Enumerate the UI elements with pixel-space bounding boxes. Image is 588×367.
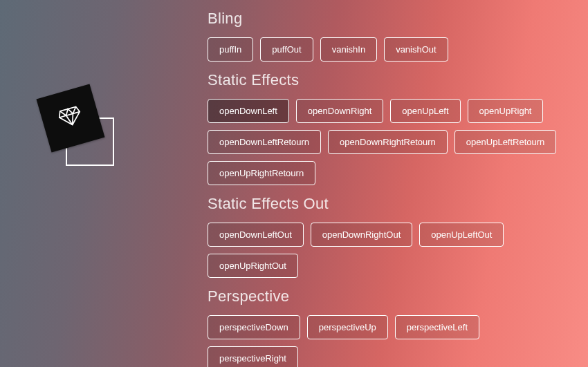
section-title: Perspective (208, 288, 574, 305)
btn-puffout[interactable]: puffOut (260, 37, 313, 62)
btn-openupleft[interactable]: openUpLeft (390, 99, 460, 123)
section-static-effects: Static Effects openDownLeft openDownRigh… (208, 71, 574, 185)
section-perspective: Perspective perspectiveDown perspectiveU… (208, 288, 574, 367)
btn-opendownright[interactable]: openDownRight (296, 99, 384, 123)
btn-openupleftout[interactable]: openUpLeftOut (419, 223, 504, 247)
btn-opendownleft[interactable]: openDownLeft (208, 99, 289, 123)
btn-perspectiveright[interactable]: perspectiveRight (208, 346, 298, 367)
btn-perspectiveup[interactable]: perspectiveUp (307, 315, 388, 339)
btn-opendownrightout[interactable]: openDownRightOut (311, 223, 412, 247)
btn-perspectiveleft[interactable]: perspectiveLeft (395, 315, 479, 339)
btn-puffin[interactable]: puffIn (208, 37, 253, 62)
btn-opendownleftout[interactable]: openDownLeftOut (208, 223, 304, 247)
btn-openuprightout[interactable]: openUpRightOut (208, 254, 298, 278)
btn-vanishout[interactable]: vanishOut (384, 37, 448, 62)
btn-perspectivedown[interactable]: perspectiveDown (208, 315, 300, 339)
section-title: Static Effects Out (208, 195, 574, 213)
effects-panel: Bling puffIn puffOut vanishIn vanishOut … (208, 0, 588, 367)
btn-opendownrightretourn[interactable]: openDownRightRetourn (328, 130, 448, 154)
section-bling: Bling puffIn puffOut vanishIn vanishOut (208, 10, 574, 62)
btn-opendownleftretourn[interactable]: openDownLeftRetourn (208, 130, 321, 154)
diamond-icon (56, 104, 85, 132)
btn-vanishin[interactable]: vanishIn (320, 37, 377, 62)
btn-openupleftretourn[interactable]: openUpLeftRetourn (454, 130, 556, 154)
btn-openupright[interactable]: openUpRight (468, 99, 544, 123)
section-title: Static Effects (208, 71, 574, 89)
btn-openuprightretourn[interactable]: openUpRightRetourn (208, 161, 315, 185)
section-static-effects-out: Static Effects Out openDownLeftOut openD… (208, 195, 574, 278)
section-title: Bling (208, 10, 574, 28)
